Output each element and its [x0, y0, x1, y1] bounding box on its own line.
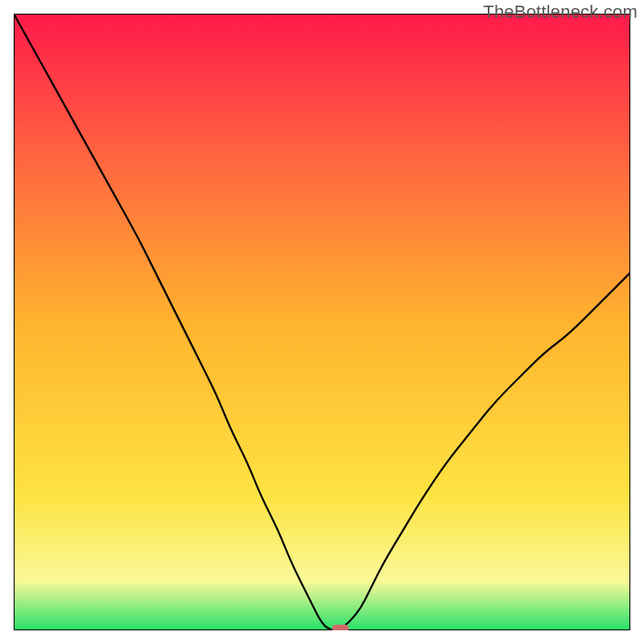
plot-area	[14, 14, 630, 630]
gradient-background	[14, 14, 630, 630]
watermark-text: TheBottleneck.com	[483, 2, 638, 23]
chart-svg	[14, 14, 630, 630]
optimal-marker	[332, 625, 349, 630]
bottleneck-chart: TheBottleneck.com	[0, 0, 644, 644]
